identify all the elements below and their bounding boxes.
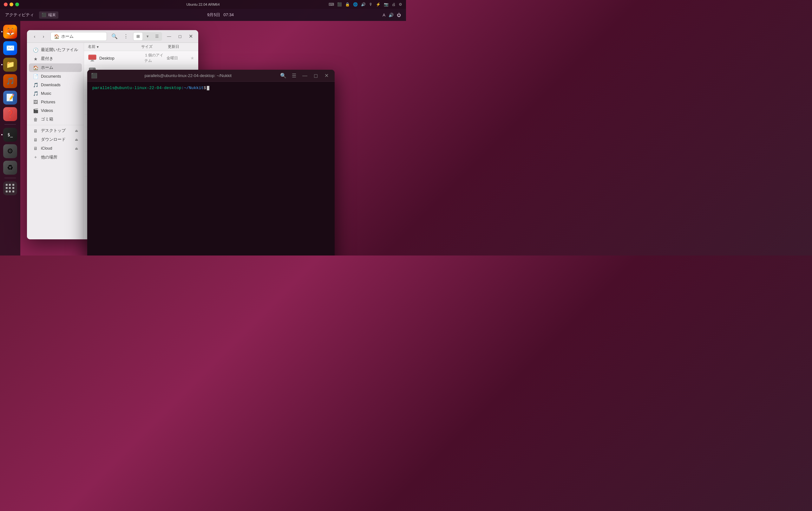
dock-trash[interactable]: ♻ [3,161,17,175]
maximize-traffic-light[interactable] [15,3,19,6]
dock-writer[interactable]: 📝 [3,91,17,104]
list-view-chevron-button[interactable]: ▾ [143,33,152,40]
desktop-eject-icon[interactable]: ⏏ [75,129,78,133]
sidebar-home[interactable]: 🏠 ホーム [29,63,82,72]
sidebar-pictures[interactable]: 🖼 Pictures [29,98,82,106]
grid-dot [6,190,8,192]
terminal-search-button[interactable]: 🔍 [279,71,288,80]
keyboard-icon[interactable]: ⌨ [328,2,334,7]
minimize-traffic-light[interactable] [9,3,13,6]
sidebar-documents-label: Documents [41,74,78,79]
apps-grid-button[interactable] [3,181,17,195]
sidebar-documents[interactable]: 📄 Documents [29,72,82,81]
dock-help[interactable]: ❓ [3,107,17,121]
screen-icon[interactable]: ⬛ [337,2,342,7]
parallels-title: Ubuntu 22.04 ARM64 [186,3,220,6]
sidebar-desktop[interactable]: 🖥 デスクトップ ⏏ [29,126,82,135]
grid-dot [9,187,11,189]
camera-icon[interactable]: 📷 [384,2,388,7]
dock-divider [4,124,16,125]
ubuntu-panel: アクティビティ ⬛ 端末 9月5日 07:34 A 🔊 ⏻ [0,9,406,21]
activities-button[interactable]: アクティビティ [5,12,34,18]
sidebar-other[interactable]: ＋ 他の場所 [29,153,82,162]
printer-icon[interactable]: 🖨 [392,2,396,7]
dock-settings[interactable]: ⚙ [3,144,17,158]
dock-rhythmbox[interactable]: 🎵 [3,74,17,88]
terminal-body[interactable]: parallels@ubuntu-linux-22-04-desktop:~/N… [87,82,335,94]
traffic-lights-group [4,3,19,6]
address-bar[interactable]: 🏠 ホーム [51,32,107,41]
file-icon-desktop [88,54,97,62]
trash-sidebar-icon: 🗑 [33,117,38,122]
network-icon[interactable]: 🌐 [353,2,358,7]
terminal-maximize-button[interactable]: ◻ [311,71,320,80]
battery-icon[interactable]: ⚡ [376,2,381,7]
sidebar-recent-label: 最近開いたファイル [41,47,78,53]
more-options-button[interactable]: ⋮ [122,32,130,41]
settings-icon[interactable]: ⚙ [399,2,402,7]
col-name-sort-icon: ▾ [97,45,99,49]
sidebar-trash[interactable]: 🗑 ゴミ箱 [29,115,82,124]
terminal-icon: $_ [8,132,13,137]
application-dock: 🦊 ✉️ 📁 🎵 📝 ❓ $_ ⚙ ♻ [0,21,20,256]
close-traffic-light[interactable] [4,3,8,6]
terminal-cursor [207,86,209,90]
dock-divider-2 [4,178,16,178]
grid-dot [6,187,8,189]
file-star[interactable]: ★ [190,56,195,61]
sidebar-videos[interactable]: 🎬 Videos [29,107,82,115]
panel-power-icon[interactable]: ⏻ [397,13,401,18]
volume-icon[interactable]: 🔊 [361,2,366,7]
sidebar-downloads[interactable]: 🎵 Downloads [29,81,82,89]
terminal-minimize-button[interactable]: — [300,71,309,80]
forward-button[interactable]: › [40,33,47,40]
col-size[interactable]: サイズ [141,44,168,50]
lock-icon[interactable]: 🔒 [345,2,350,7]
search-button[interactable]: 🔍 [110,32,119,41]
other-sidebar-icon: ＋ [33,154,38,160]
dock-files[interactable]: 📁 [3,58,17,72]
desktop-sidebar-icon: 🖥 [33,128,38,133]
col-name[interactable]: 名前 ▾ [88,44,141,50]
sidebar-download2[interactable]: 🖥 ダウンロード ⏏ [29,136,82,144]
col-date-label: 更新日 [168,44,179,49]
terminal-menu-button[interactable]: ☰ [290,71,298,80]
mic-icon[interactable]: 🎙 [369,2,373,7]
help-icon: ❓ [6,110,14,118]
dock-thunderbird[interactable]: ✉️ [3,41,17,55]
grid-view-button[interactable]: ⊞ [134,33,142,40]
parallels-titlebar: Ubuntu 22.04 ARM64 ⌨ ⬛ 🔒 🌐 🔊 🎙 ⚡ 📷 🖨 ⚙ [0,0,406,9]
svg-rect-1 [88,56,96,60]
close-button[interactable]: ✕ [187,33,195,40]
back-button[interactable]: ‹ [31,33,38,40]
terminal-panel-button[interactable]: ⬛ 端末 [39,11,58,19]
download2-eject-icon[interactable]: ⏏ [75,138,78,142]
grid-dot [6,184,8,186]
minimize-button[interactable]: — [165,33,173,40]
terminal-titlebar: ⬛ parallels@ubuntu-linux-22-04-desktop: … [87,70,335,82]
panel-font-icon[interactable]: A [382,13,385,18]
table-row[interactable]: Desktop １個のアイテム 金曜日 ★ [84,51,198,65]
column-headers: 名前 ▾ サイズ 更新日 [84,43,198,51]
sidebar-starred[interactable]: ★ 星付き [29,55,82,63]
terminal-user-host: parallels@ubuntu-linux-22-04-desktop [92,86,181,90]
sidebar-recent[interactable]: 🕐 最近開いたファイル [29,46,82,54]
panel-volume-icon[interactable]: 🔊 [388,13,394,18]
grid-dot [12,190,14,192]
sidebar-music[interactable]: 🎵 Music [29,89,82,98]
trash-icon: ♻ [7,163,13,172]
downloads-sidebar-icon: 🎵 [33,83,38,88]
col-date[interactable]: 更新日 [168,44,195,50]
sidebar-icloud[interactable]: 🖥 iCloud ⏏ [29,144,82,152]
panel-datetime[interactable]: 9月5日 07:34 [207,12,234,18]
file-manager-titlebar: ‹ › 🏠 ホーム 🔍 ⋮ ⊞ ▾ ☰ — ◻ ✕ [27,30,198,43]
icloud-eject-icon[interactable]: ⏏ [75,146,78,151]
dock-terminal[interactable]: $_ [3,128,17,142]
list-view-button[interactable]: ☰ [152,33,162,40]
writer-icon: 📝 [6,93,14,102]
terminal-close-button[interactable]: ✕ [322,71,331,80]
dock-firefox[interactable]: 🦊 [3,25,17,39]
sidebar-pictures-label: Pictures [41,100,78,104]
terminal-prompt-line: parallels@ubuntu-linux-22-04-desktop:~/N… [92,86,329,90]
restore-button[interactable]: ◻ [176,33,184,40]
